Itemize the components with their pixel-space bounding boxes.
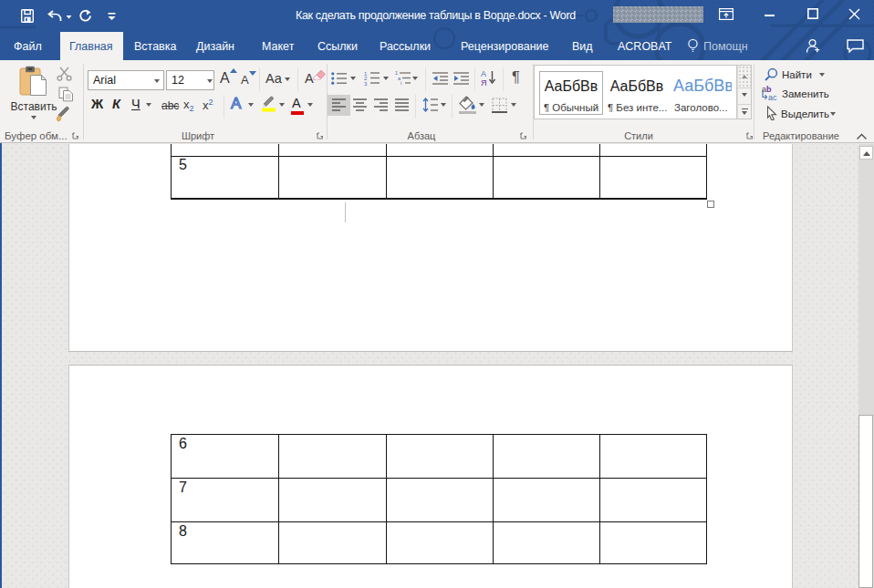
svg-text:ac: ac [768,93,777,101]
svg-text:Я: Я [481,78,487,87]
svg-text:i: i [401,80,401,86]
svg-text:А: А [481,69,486,78]
svg-text:3: 3 [364,81,368,87]
